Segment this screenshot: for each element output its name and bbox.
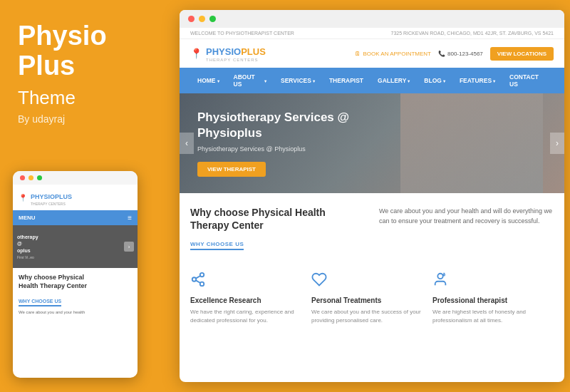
mobile-logo-text: PHYSIOPLUS [31, 193, 72, 200]
mobile-menu-label: MENU [19, 215, 36, 221]
mobile-hamburger-icon: ≡ [128, 214, 132, 222]
theme-title: PhysioPlus [18, 21, 159, 81]
site-nav: HOME ▾ ABOUT US ▾ SERVICES ▾ THERAPIST G… [180, 68, 564, 93]
mobile-hero-badge: First Vi..eo [17, 255, 133, 259]
nav-about[interactable]: ABOUT US ▾ [227, 68, 274, 93]
feature-professional-desc: We are highest levels of honesty and pro… [432, 308, 546, 325]
why-label: WHY CHOOSE US [190, 241, 244, 250]
feature-excellence-title: Excellence Research [190, 296, 304, 304]
view-locations-button[interactable]: VIEW LOCATIONS [490, 47, 554, 61]
mobile-body-text: We care about you and your health [19, 309, 132, 315]
hero-title: Physiotherapy Services @Physioplus [197, 110, 349, 141]
nav-home[interactable]: HOME ▾ [190, 68, 227, 93]
nav-therapist[interactable]: THERAPIST [322, 68, 370, 93]
mobile-hero-arrow-right[interactable]: › [124, 242, 134, 252]
chevron-down-icon: ▾ [313, 78, 315, 83]
browser-dot-green [209, 16, 216, 22]
book-appt-label: BOOK AN APPOINTMENT [363, 51, 431, 57]
why-section: Why choose Physical HealthTherapy Center… [180, 193, 564, 257]
svg-point-5 [437, 274, 442, 279]
browser-window: WELCOME TO PHYSIOTHERAPIST CENTER 7325 R… [180, 10, 564, 382]
browser-dot-yellow [199, 16, 205, 22]
feature-personal-title: Personal Treatments [311, 296, 425, 304]
feature-excellence: Excellence Research We have the right ca… [190, 268, 311, 329]
view-therapist-button[interactable]: VIEW THERAPIST [197, 162, 266, 177]
mobile-hero-overlay: otherapy@oplus First Vi..eo [13, 225, 138, 268]
svg-point-1 [192, 278, 197, 282]
hero-content: Physiotherapy Services @Physioplus Physi… [180, 96, 367, 191]
site-logo: 📍 PHYSIOPLUS THERAPY CENTERS [190, 45, 266, 62]
top-bar-welcome: WELCOME TO PHYSIOTHERAPIST CENTER [190, 31, 294, 36]
top-bar-address: 7325 RICKEVAN ROAD, CHICAGO, MD1 42JR, S… [391, 31, 554, 36]
hero-prev-button[interactable]: ‹ [180, 133, 194, 154]
header-right: 🗓 BOOK AN APPOINTMENT 📞 800-123-4567 VIE… [355, 47, 554, 61]
top-bar: WELCOME TO PHYSIOTHERAPIST CENTER 7325 R… [180, 28, 564, 39]
mobile-hero-text: otherapy@oplus [17, 234, 133, 253]
why-body-text: We care about you and your health and wi… [379, 206, 554, 227]
feature-personal: Personal Treatments We care about you an… [311, 268, 432, 329]
svg-point-2 [200, 282, 204, 287]
mobile-dot-yellow [28, 175, 33, 180]
person-icon [432, 272, 546, 291]
feature-professional: Professional therapist We are highest le… [432, 268, 554, 329]
mobile-content: Why choose PhysicalHealth Therapy Center… [13, 268, 138, 321]
site-header: 📍 PHYSIOPLUS THERAPY CENTERS 🗓 BOOK AN A… [180, 39, 564, 68]
chevron-down-icon: ▾ [493, 78, 495, 83]
nav-blog[interactable]: BLOG ▾ [417, 68, 452, 93]
hero-next-button[interactable]: › [550, 133, 564, 154]
mobile-menu-bar[interactable]: MENU ≡ [13, 210, 138, 225]
theme-subtitle: Theme [18, 87, 159, 109]
feature-excellence-desc: We have the right caring, experience and… [190, 308, 304, 325]
browser-bar [180, 10, 564, 28]
nav-contact[interactable]: CONTACT US [502, 68, 554, 93]
book-appointment[interactable]: 🗓 BOOK AN APPOINTMENT [355, 51, 431, 57]
mobile-header: 📍 PHYSIOPLUS THERAPY CENTERS [13, 185, 138, 210]
logo-plus: PLUS [241, 46, 266, 57]
chevron-down-icon: ▾ [443, 78, 445, 83]
svg-line-4 [196, 276, 200, 279]
hero-image [400, 93, 543, 193]
browser-dot-red [188, 16, 195, 22]
mobile-why-label: WHY CHOOSE US [19, 299, 61, 306]
why-left-column: Why choose Physical HealthTherapy Center… [190, 206, 365, 257]
logo-subtitle: THERAPY CENTERS [206, 58, 266, 62]
nav-features[interactable]: FEATURES ▾ [452, 68, 502, 93]
phone-icon: 📞 [438, 51, 445, 57]
left-panel: PhysioPlus Theme By udayraj 📍 PHYSIOPLUS… [0, 0, 177, 392]
share-icon [190, 272, 304, 291]
mobile-section-title: Why choose PhysicalHealth Therapy Center [19, 274, 132, 290]
feature-professional-title: Professional therapist [432, 296, 546, 304]
chevron-down-icon: ▾ [408, 78, 410, 83]
logo-pin-icon: 📍 [190, 48, 202, 59]
chevron-down-icon: ▾ [217, 78, 219, 83]
why-right-column: We care about you and your health and wi… [379, 206, 554, 257]
phone-number: 📞 800-123-4567 [438, 51, 483, 57]
calendar-icon: 🗓 [355, 51, 361, 57]
mobile-dot-green [37, 175, 42, 180]
hero-section: Physiotherapy Services @Physioplus Physi… [180, 93, 564, 193]
svg-line-3 [196, 281, 200, 284]
phone-label: 800-123-4567 [447, 51, 483, 57]
mobile-mockup: 📍 PHYSIOPLUS THERAPY CENTERS MENU ≡ othe… [13, 171, 138, 378]
feature-personal-desc: We care about you and the success of you… [311, 308, 425, 325]
why-title: Why choose Physical HealthTherapy Center [190, 206, 365, 232]
svg-point-0 [200, 273, 204, 277]
mobile-dots-bar [13, 171, 138, 185]
theme-author: By udayraj [18, 113, 159, 125]
heart-icon [311, 272, 425, 291]
mobile-dot-red [20, 175, 25, 180]
logo-physio: PHYSIOPLUS [206, 46, 266, 57]
mobile-hero: otherapy@oplus First Vi..eo › [13, 225, 138, 268]
chevron-down-icon: ▾ [264, 78, 266, 83]
features-grid: Excellence Research We have the right ca… [180, 257, 564, 336]
hero-subtitle: Physiotherapy Services @ Physioplus [197, 145, 349, 153]
mobile-logo-sub: THERAPY CENTERS [31, 202, 72, 206]
nav-services[interactable]: SERVICES ▾ [274, 68, 322, 93]
nav-gallery[interactable]: GALLERY ▾ [370, 68, 417, 93]
mobile-logo-pin-icon: 📍 [19, 194, 27, 202]
